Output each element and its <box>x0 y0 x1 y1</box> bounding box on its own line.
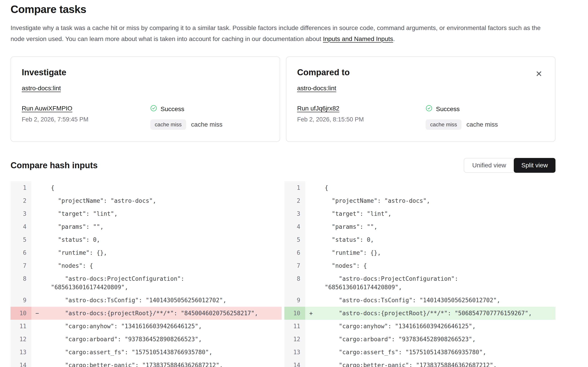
task-cards: Investigate astro-docs:lint Run AuwiXFMP… <box>10 57 555 142</box>
marker-spacer <box>31 194 45 207</box>
line-number: 1 <box>284 181 305 194</box>
close-icon[interactable]: ✕ <box>534 69 544 79</box>
investigate-card-title: Investigate <box>22 67 269 77</box>
line-number: 13 <box>284 346 305 359</box>
code-text: "params": "", <box>45 220 282 233</box>
diff-line-3: 3 "target": "lint", <box>284 207 555 220</box>
marker-spacer <box>305 194 319 207</box>
investigate-task-link[interactable]: astro-docs:lint <box>22 85 61 92</box>
compared-to-task-link[interactable]: astro-docs:lint <box>297 85 336 92</box>
marker-spacer <box>31 333 45 346</box>
marker-spacer <box>31 320 45 333</box>
line-number: 7 <box>284 259 305 272</box>
view-toggle: Unified view Split view <box>464 158 555 173</box>
line-number: 10 <box>284 307 305 320</box>
code-text: "cargo:better-panic": "17383758846362687… <box>45 359 282 367</box>
line-number: 6 <box>10 246 31 259</box>
marker-spacer <box>305 181 319 194</box>
code-text: "target": "lint", <box>319 207 555 220</box>
code-text: "status": 0, <box>45 233 282 246</box>
diff-line-11: 11 "cargo:anyhow": "13416166039426646125… <box>284 320 555 333</box>
diff-line-11: 11 "cargo:anyhow": "13416166039426646125… <box>10 320 282 333</box>
marker-spacer <box>31 346 45 359</box>
line-number: 13 <box>10 346 31 359</box>
line-number: 1 <box>10 181 31 194</box>
diff-line-6: 6 "runtime": {}, <box>10 246 282 259</box>
investigate-run-column: Run AuwiXFMPIO Feb 2, 2026, 7:59:45 PM <box>22 105 150 130</box>
line-number: 9 <box>284 294 305 307</box>
investigate-cache-text: cache miss <box>191 121 222 128</box>
compared-to-card-details: Run ufJq6jrx82 Feb 2, 2026, 8:15:50 PM S… <box>297 105 544 130</box>
marker-spacer <box>31 259 45 272</box>
diff-line-10-added: 10+ "astro-docs:{projectRoot}/**/*": "50… <box>284 307 555 320</box>
line-number: 11 <box>284 320 305 333</box>
compared-to-cache-row: cache miss cache miss <box>426 119 544 130</box>
compared-to-status-row: Success <box>426 105 544 113</box>
code-text: "params": "", <box>319 220 555 233</box>
split-view-button[interactable]: Split view <box>514 158 555 173</box>
investigate-card-details: Run AuwiXFMPIO Feb 2, 2026, 7:59:45 PM S… <box>22 105 269 130</box>
marker-spacer <box>31 233 45 246</box>
line-number: 11 <box>10 320 31 333</box>
diff-line-7: 7 "nodes": { <box>10 259 282 272</box>
diff-line-5: 5 "status": 0, <box>284 233 555 246</box>
diff-line-4: 4 "params": "", <box>10 220 282 233</box>
marker-spacer <box>305 272 319 294</box>
compare-tasks-page: Compare tasks Investigate why a task was… <box>0 0 556 367</box>
code-text: "astro-docs:ProjectConfiguration": "6856… <box>45 272 282 294</box>
line-number: 3 <box>10 207 31 220</box>
code-text: "projectName": "astro-docs", <box>319 194 555 207</box>
marker-spacer <box>31 181 45 194</box>
code-text: { <box>319 181 555 194</box>
diff-line-13: 13 "cargo:assert_fs": "15751051438766935… <box>10 346 282 359</box>
line-number: 8 <box>284 272 305 294</box>
code-text: "nodes": { <box>45 259 282 272</box>
marker-spacer <box>305 207 319 220</box>
code-text: "astro-docs:TsConfig": "1401430505625601… <box>319 294 555 307</box>
investigate-status-label: Success <box>161 106 184 113</box>
unified-view-button[interactable]: Unified view <box>464 158 514 172</box>
marker-spacer <box>305 320 319 333</box>
code-text: "target": "lint", <box>45 207 282 220</box>
diff-line-9: 9 "astro-docs:TsConfig": "14014305056256… <box>284 294 555 307</box>
description-suffix: . <box>393 35 395 42</box>
line-number: 9 <box>10 294 31 307</box>
diff-line-13: 13 "cargo:assert_fs": "15751051438766935… <box>284 346 555 359</box>
investigate-run-link[interactable]: Run AuwiXFMPIO <box>22 105 72 112</box>
code-text: "cargo:arboard": "9378364528908266523", <box>319 333 555 346</box>
diff-line-5: 5 "status": 0, <box>10 233 282 246</box>
marker-spacer <box>305 294 319 307</box>
diff-panel-left: 1{2 "projectName": "astro-docs",3 "targe… <box>10 181 282 367</box>
diff-panel-right: 1{2 "projectName": "astro-docs",3 "targe… <box>284 181 555 367</box>
compared-to-run-link[interactable]: Run ufJq6jrx82 <box>297 105 339 112</box>
compared-to-run-timestamp: Feb 2, 2026, 8:15:50 PM <box>297 116 426 123</box>
marker-spacer <box>31 272 45 294</box>
marker-spacer <box>31 294 45 307</box>
code-text: "cargo:anyhow": "13416166039426646125", <box>45 320 282 333</box>
investigate-run-timestamp: Feb 2, 2026, 7:59:45 PM <box>22 116 150 123</box>
marker-spacer <box>305 333 319 346</box>
code-text: "cargo:arboard": "9378364528908266523", <box>45 333 282 346</box>
code-text: "status": 0, <box>319 233 555 246</box>
diff-line-2: 2 "projectName": "astro-docs", <box>10 194 282 207</box>
compare-hash-header: Compare hash inputs Unified view Split v… <box>10 158 555 173</box>
compared-to-run-column: Run ufJq6jrx82 Feb 2, 2026, 8:15:50 PM <box>297 105 426 130</box>
code-text: "astro-docs:ProjectConfiguration": "6856… <box>319 272 555 294</box>
code-text: { <box>45 181 282 194</box>
line-number: 3 <box>284 207 305 220</box>
investigate-cache-row: cache miss cache miss <box>150 119 269 130</box>
inputs-docs-link[interactable]: Inputs and Named Inputs <box>323 35 393 42</box>
code-text: "runtime": {}, <box>45 246 282 259</box>
marker-spacer <box>305 220 319 233</box>
diff-line-14: 14 "cargo:better-panic": "17383758846362… <box>10 359 282 367</box>
code-text: "cargo:anyhow": "13416166039426646125", <box>319 320 555 333</box>
investigate-status-row: Success <box>150 105 269 113</box>
line-number: 2 <box>10 194 31 207</box>
diff-line-3: 3 "target": "lint", <box>10 207 282 220</box>
marker-spacer <box>305 233 319 246</box>
code-text: "astro-docs:{projectRoot}/**/*": "506854… <box>319 307 555 320</box>
success-check-icon <box>426 105 432 113</box>
code-text: "astro-docs:{projectRoot}/**/*": "845004… <box>45 307 282 320</box>
diff-line-12: 12 "cargo:arboard": "9378364528908266523… <box>284 333 555 346</box>
code-text: "runtime": {}, <box>319 246 555 259</box>
